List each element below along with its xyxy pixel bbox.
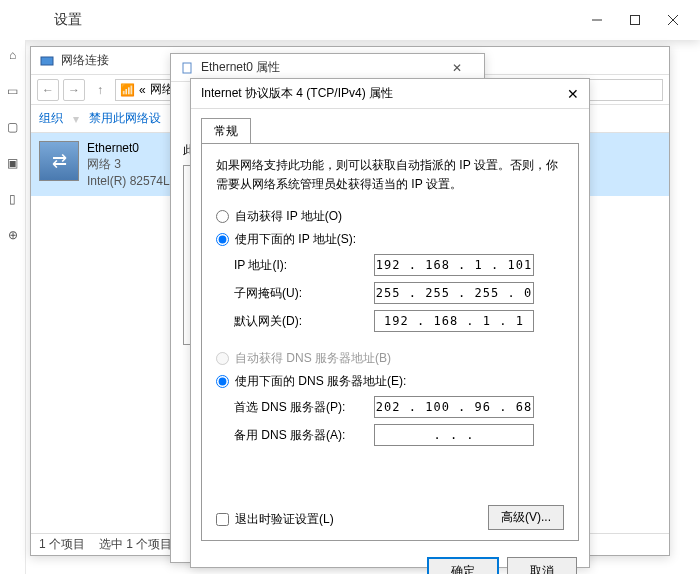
ipv4-properties-dialog: Internet 协议版本 4 (TCP/IPv4) 属性 ✕ 常规 如果网络支… — [190, 78, 590, 568]
ethprop-icon — [179, 60, 195, 76]
back-button[interactable]: ← — [37, 79, 59, 101]
ethprop-title: Ethernet0 属性 — [201, 59, 438, 76]
close-button[interactable] — [654, 8, 692, 32]
settings-sidebar: ⌂ ▭ ▢ ▣ ▯ ⊕ — [0, 40, 26, 574]
tab-general[interactable]: 常规 — [201, 118, 251, 144]
devices-icon[interactable]: ▣ — [4, 154, 22, 172]
row-dns2: 备用 DNS 服务器(A): . . . — [234, 424, 564, 446]
netconn-icon — [39, 53, 55, 69]
close-button[interactable]: ✕ — [438, 56, 476, 80]
radio-use-dns-input[interactable] — [216, 375, 229, 388]
forward-button[interactable]: → — [63, 79, 85, 101]
status-count: 1 个项目 — [39, 536, 85, 553]
radio-auto-dns-input — [216, 352, 229, 365]
ipdlg-titlebar: Internet 协议版本 4 (TCP/IPv4) 属性 ✕ — [191, 79, 589, 109]
label-ip: IP 地址(I): — [234, 257, 374, 274]
system-icon[interactable]: ▢ — [4, 118, 22, 136]
settings-titlebar: 设置 — [0, 0, 700, 40]
ipdlg-description: 如果网络支持此功能，则可以获取自动指派的 IP 设置。否则，你需要从网络系统管理… — [216, 156, 564, 194]
row-mask: 子网掩码(U): 255 . 255 . 255 . 0 — [234, 282, 564, 304]
breadcrumb-sep: « — [139, 83, 146, 97]
dialog-buttons: 确定 取消 — [191, 549, 589, 574]
adapter-network: 网络 3 — [87, 156, 170, 173]
svg-rect-4 — [41, 57, 53, 65]
minimize-button[interactable] — [578, 8, 616, 32]
radio-auto-ip[interactable]: 自动获得 IP 地址(O) — [216, 208, 564, 225]
radio-auto-dns: 自动获得 DNS 服务器地址(B) — [216, 350, 564, 367]
network-icon[interactable]: ⊕ — [4, 226, 22, 244]
tab-row: 常规 — [191, 109, 589, 143]
checkbox-validate[interactable]: 退出时验证设置(L) — [216, 511, 334, 528]
ok-button[interactable]: 确定 — [427, 557, 499, 574]
organize-menu[interactable]: 组织 — [39, 110, 63, 127]
label-gateway: 默认网关(D): — [234, 313, 374, 330]
input-dns1[interactable]: 202 . 100 . 96 . 68 — [374, 396, 534, 418]
radio-use-dns[interactable]: 使用下面的 DNS 服务器地址(E): — [216, 373, 564, 390]
svg-rect-5 — [183, 63, 191, 73]
input-ip[interactable]: 192 . 168 . 1 . 101 — [374, 254, 534, 276]
close-button[interactable]: ✕ — [567, 86, 579, 102]
label-dns1: 首选 DNS 服务器(P): — [234, 399, 374, 416]
disable-link[interactable]: 禁用此网络设 — [89, 110, 161, 127]
ipdlg-title: Internet 协议版本 4 (TCP/IPv4) 属性 — [201, 85, 393, 102]
checkbox-validate-input[interactable] — [216, 513, 229, 526]
input-gateway[interactable]: 192 . 168 . 1 . 1 — [374, 310, 534, 332]
label-dns2: 备用 DNS 服务器(A): — [234, 427, 374, 444]
radio-auto-ip-input[interactable] — [216, 210, 229, 223]
phone-icon[interactable]: ▯ — [4, 190, 22, 208]
folder-icon: 📶 — [120, 83, 135, 97]
radio-use-ip[interactable]: 使用下面的 IP 地址(S): — [216, 231, 564, 248]
advanced-button[interactable]: 高级(V)... — [488, 505, 564, 530]
adapter-icon: ⇄ — [39, 141, 79, 181]
placeholder-icon[interactable]: ▭ — [4, 82, 22, 100]
label-mask: 子网掩码(U): — [234, 285, 374, 302]
row-dns1: 首选 DNS 服务器(P): 202 . 100 . 96 . 68 — [234, 396, 564, 418]
up-button[interactable]: ↑ — [89, 79, 111, 101]
input-mask[interactable]: 255 . 255 . 255 . 0 — [374, 282, 534, 304]
settings-title: 设置 — [54, 11, 578, 29]
home-icon[interactable]: ⌂ — [4, 46, 22, 64]
radio-use-ip-input[interactable] — [216, 233, 229, 246]
svg-rect-1 — [631, 16, 640, 25]
input-dns2[interactable]: . . . — [374, 424, 534, 446]
adapter-desc: Intel(R) 82574L — [87, 174, 170, 188]
row-gateway: 默认网关(D): 192 . 168 . 1 . 1 — [234, 310, 564, 332]
cancel-button[interactable]: 取消 — [507, 557, 577, 574]
adapter-name: Ethernet0 — [87, 141, 170, 155]
status-selected: 选中 1 个项目 — [99, 536, 172, 553]
tab-body: 如果网络支持此功能，则可以获取自动指派的 IP 设置。否则，你需要从网络系统管理… — [201, 143, 579, 541]
settings-window: 设置 — [0, 0, 700, 40]
row-ip: IP 地址(I): 192 . 168 . 1 . 101 — [234, 254, 564, 276]
maximize-button[interactable] — [616, 8, 654, 32]
